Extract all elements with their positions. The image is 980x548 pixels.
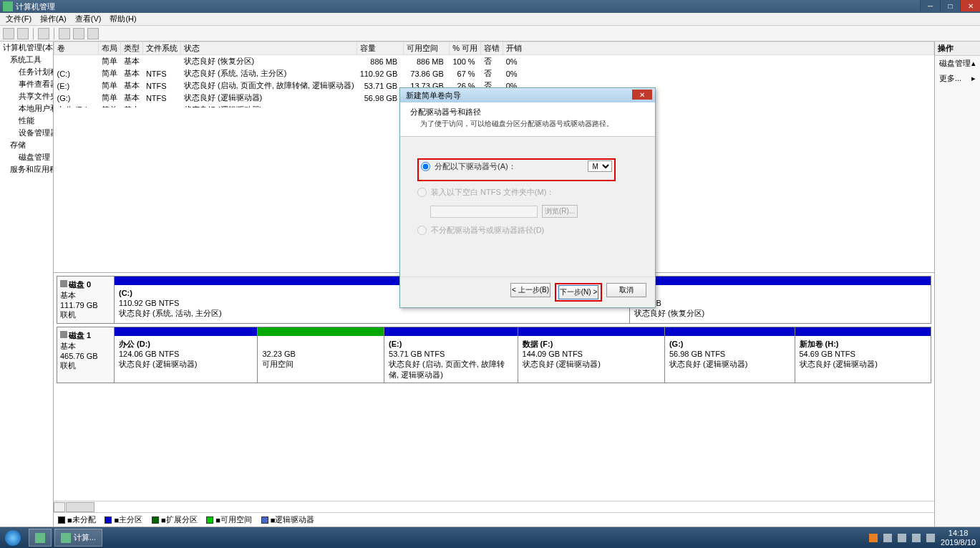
separator bbox=[33, 28, 34, 39]
option-assign-letter[interactable]: 分配以下驱动器号(A)： M bbox=[421, 160, 612, 172]
app-icon bbox=[3, 1, 13, 11]
toolbar-icon[interactable] bbox=[73, 28, 84, 39]
partition-d[interactable]: 办公 (D:)124.06 GB NTFS状态良好 (逻辑驱动器) bbox=[115, 327, 257, 383]
minimize-button[interactable]: ─ bbox=[920, 0, 940, 11]
tree-local-users[interactable]: 本地用户和 bbox=[0, 102, 53, 115]
partition-free[interactable]: 32.23 GB可用空间 bbox=[257, 327, 384, 383]
option-mount-folder[interactable]: 装入以下空白 NTFS 文件夹中(M)： bbox=[417, 187, 638, 198]
tree-disk-management[interactable]: 磁盘管理 bbox=[0, 151, 53, 163]
tree-services[interactable]: 服务和应用程 bbox=[0, 163, 53, 176]
maximize-button[interactable]: □ bbox=[940, 0, 960, 11]
disk-1-label: 磁盘 1 基本 465.76 GB 联机 bbox=[57, 327, 115, 383]
tree-event-viewer[interactable]: 事件查看器 bbox=[0, 78, 53, 90]
taskbar-app[interactable]: 计算... bbox=[54, 529, 102, 547]
action-disk-mgmt[interactable]: 磁盘管理▴ bbox=[935, 56, 980, 71]
radio-none[interactable] bbox=[417, 226, 427, 235]
tray-volume-icon[interactable] bbox=[926, 534, 935, 542]
legend: ■ 未分配 ■ 主分区 ■ 扩展分区 ■ 可用空间 ■ 逻辑驱动器 bbox=[54, 512, 934, 527]
horizontal-scrollbar[interactable] bbox=[54, 501, 934, 512]
next-button[interactable]: 下一步(N) > bbox=[558, 285, 598, 299]
menu-file[interactable]: 文件(F) bbox=[1, 14, 36, 24]
chevron-right-icon: ▸ bbox=[971, 74, 976, 83]
partition-header bbox=[630, 277, 931, 285]
wizard-subtitle: 分配驱动器号和路径 bbox=[410, 107, 645, 117]
wizard-description: 为了便于访问，可以给磁盘分区分配驱动器号或驱动器路径。 bbox=[410, 119, 645, 129]
system-tray: 14:18 2019/8/10 bbox=[869, 529, 980, 546]
partition-f[interactable]: 数据 (F:)144.09 GB NTFS状态良好 (逻辑驱动器) bbox=[518, 327, 664, 383]
window-titlebar: 计算机管理 ─ □ ✕ bbox=[0, 0, 980, 13]
tree-task-scheduler[interactable]: 任务计划程 bbox=[0, 66, 53, 78]
option-no-assign[interactable]: 不分配驱动器号或驱动器路径(D) bbox=[417, 225, 638, 236]
menu-action[interactable]: 操作(A) bbox=[36, 14, 71, 24]
refresh-icon[interactable] bbox=[38, 28, 49, 39]
disk-1: 磁盘 1 基本 465.76 GB 联机 办公 (D:)124.06 GB NT… bbox=[57, 327, 931, 383]
action-more[interactable]: 更多...▸ bbox=[935, 71, 980, 86]
col-overhead[interactable]: 开销 bbox=[503, 42, 934, 55]
close-button[interactable]: ✕ bbox=[960, 0, 980, 11]
tree-storage[interactable]: 存储 bbox=[0, 139, 53, 151]
window-title: 计算机管理 bbox=[16, 1, 55, 12]
col-layout[interactable]: 布局 bbox=[99, 42, 121, 55]
tray-icon[interactable] bbox=[869, 534, 878, 542]
col-capacity[interactable]: 容量 bbox=[357, 42, 404, 55]
scroll-left-icon[interactable] bbox=[54, 502, 65, 512]
col-volume[interactable]: 卷 bbox=[54, 42, 99, 55]
cancel-button[interactable]: 取消 bbox=[606, 283, 646, 297]
menu-bar: 文件(F) 操作(A) 查看(V) 帮助(H) bbox=[0, 13, 980, 26]
drive-letter-select[interactable]: M bbox=[588, 160, 612, 172]
taskbar: 计算... 14:18 2019/8/10 bbox=[0, 527, 980, 548]
tree-device-manager[interactable]: 设备管理器 bbox=[0, 127, 53, 139]
actions-header: 操作 bbox=[935, 42, 980, 56]
toolbar bbox=[0, 26, 980, 42]
taskbar-pinned[interactable] bbox=[29, 529, 52, 547]
partition-e[interactable]: (E:)53.71 GB NTFS状态良好 (启动, 页面文件, 故障转储, 逻… bbox=[384, 327, 518, 383]
tree-root[interactable]: 计算机管理(本 bbox=[0, 42, 53, 54]
tray-chevron-icon[interactable] bbox=[883, 534, 892, 542]
tray-flag-icon[interactable] bbox=[898, 534, 906, 542]
back-button[interactable]: < 上一步(B) bbox=[510, 283, 550, 297]
partition-recovery[interactable]: 886 MB 状态良好 (恢复分区) bbox=[629, 277, 931, 323]
app-icon bbox=[61, 533, 71, 543]
mount-path-input bbox=[430, 206, 538, 218]
menu-view[interactable]: 查看(V) bbox=[71, 14, 106, 24]
disk-icon bbox=[60, 331, 67, 338]
tree-performance[interactable]: 性能 bbox=[0, 115, 53, 127]
navigation-tree: 计算机管理(本 系统工具 任务计划程 事件查看器 共享文件夹 本地用户和 性能 … bbox=[0, 42, 54, 527]
col-status[interactable]: 状态 bbox=[181, 42, 357, 55]
windows-orb-icon bbox=[5, 530, 21, 546]
col-pct[interactable]: % 可用 bbox=[450, 42, 481, 55]
toolbar-icon[interactable] bbox=[87, 28, 99, 39]
back-icon[interactable] bbox=[3, 28, 14, 39]
partition-h[interactable]: 新加卷 (H:)54.69 GB NTFS状态良好 (逻辑驱动器) bbox=[795, 327, 931, 383]
wizard-titlebar[interactable]: 新建简单卷向导 ✕ bbox=[400, 88, 655, 102]
col-fault[interactable]: 容错 bbox=[481, 42, 503, 55]
new-simple-volume-wizard: 新建简单卷向导 ✕ 分配驱动器号和路径 为了便于访问，可以给磁盘分区分配驱动器号… bbox=[399, 87, 656, 308]
toolbar-icon[interactable] bbox=[59, 28, 70, 39]
table-row[interactable]: (C:)简单基本NTFS状态良好 (系统, 活动, 主分区)110.92 GB7… bbox=[54, 67, 934, 80]
radio-assign[interactable] bbox=[421, 162, 430, 171]
col-fs[interactable]: 文件系统 bbox=[143, 42, 181, 55]
chevron-up-icon: ▴ bbox=[971, 59, 976, 68]
col-free[interactable]: 可用空间 bbox=[403, 42, 450, 55]
tray-clock[interactable]: 14:18 2019/8/10 bbox=[941, 529, 976, 546]
wizard-close-button[interactable]: ✕ bbox=[632, 90, 652, 100]
browse-button: 浏览(R)... bbox=[542, 205, 578, 218]
tree-system-tools[interactable]: 系统工具 bbox=[0, 54, 53, 66]
scroll-thumb[interactable] bbox=[66, 502, 94, 512]
partition-g[interactable]: (G:)56.98 GB NTFS状态良好 (逻辑驱动器) bbox=[664, 327, 795, 383]
disk-0-label: 磁盘 0 基本 111.79 GB 联机 bbox=[57, 277, 115, 323]
separator bbox=[54, 28, 54, 39]
tray-network-icon[interactable] bbox=[912, 534, 921, 542]
col-type[interactable]: 类型 bbox=[121, 42, 143, 55]
forward-icon[interactable] bbox=[17, 28, 29, 39]
start-button[interactable] bbox=[0, 527, 26, 548]
actions-panel: 操作 磁盘管理▴ 更多...▸ bbox=[934, 42, 980, 527]
explorer-icon bbox=[35, 533, 45, 543]
disk-icon bbox=[60, 280, 67, 287]
radio-mount[interactable] bbox=[417, 188, 427, 197]
table-row[interactable]: 简单基本状态良好 (恢复分区)886 MB886 MB100 %否0% bbox=[54, 55, 934, 68]
menu-help[interactable]: 帮助(H) bbox=[105, 14, 140, 24]
tree-shared-folders[interactable]: 共享文件夹 bbox=[0, 90, 53, 102]
